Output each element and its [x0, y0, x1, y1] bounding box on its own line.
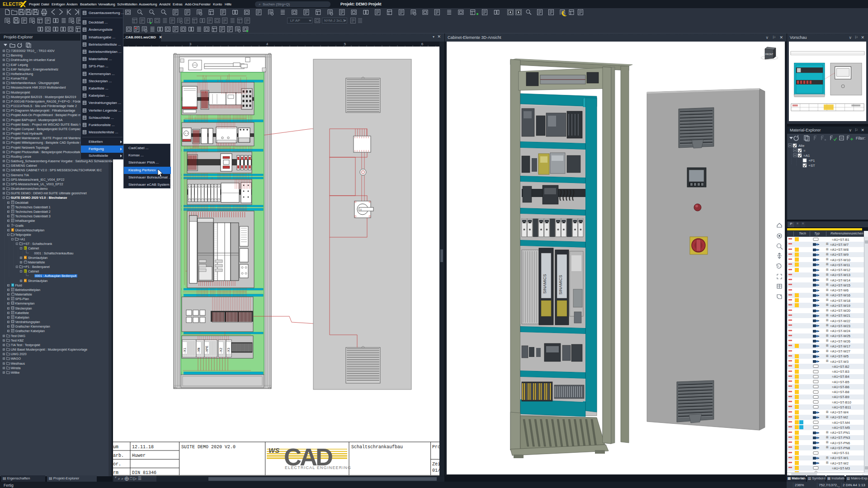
svg-text:FRONT: FRONT: [765, 53, 773, 56]
svg-text:DIN 81346: DIN 81346: [132, 470, 156, 475]
svg-text:LF AP: LF AP: [290, 19, 300, 23]
svg-text:or.: or.: [113, 462, 121, 467]
svg-text:-XPE: -XPE: [205, 345, 209, 354]
svg-text:4: 4: [266, 42, 269, 46]
svg-text:-X3: -X3: [227, 347, 231, 354]
svg-text:5: 5: [344, 42, 346, 46]
svg-text:SINAMICS: SINAMICS: [542, 274, 547, 294]
svg-text:um: um: [113, 445, 118, 450]
svg-text:SUITE DEMO 2020 V2.0: SUITE DEMO 2020 V2.0: [181, 445, 236, 450]
svg-text:01/: 01/: [432, 468, 439, 473]
svg-text:+ST: +ST: [808, 164, 815, 168]
svg-text:-X1: -X1: [183, 347, 187, 354]
svg-text:Pro: Pro: [432, 445, 439, 450]
svg-text:6: 6: [421, 42, 424, 46]
svg-text:SINAMICS: SINAMICS: [558, 275, 563, 295]
svg-text:Zei: Zei: [432, 462, 439, 467]
svg-text:=: =: [803, 149, 806, 153]
svg-text:=A1: =A1: [803, 154, 810, 158]
svg-text:rm: rm: [113, 470, 118, 475]
svg-text:WS: WS: [269, 446, 279, 454]
svg-text:3: 3: [189, 42, 192, 46]
svg-text:ELECTRICAL ENGINEERING: ELECTRICAL ENGINEERING: [285, 465, 351, 470]
svg-text:Schaltschrankaufbau: Schaltschrankaufbau: [351, 445, 403, 450]
svg-text:-X2: -X2: [219, 347, 223, 354]
svg-text:-XN: -XN: [197, 347, 201, 354]
svg-text:arb.: arb.: [113, 453, 124, 458]
svg-text:NYM-J 3x1,5: NYM-J 3x1,5: [324, 19, 345, 23]
svg-text:Huwer: Huwer: [132, 453, 146, 458]
svg-text:+P1: +P1: [808, 159, 815, 163]
svg-text:Filter:: Filter:: [856, 136, 865, 141]
svg-text:12.11.18: 12.11.18: [132, 445, 154, 450]
svg-text:ELECTRI: ELECTRI: [3, 2, 24, 7]
svg-text:Alle: Alle: [798, 144, 805, 148]
svg-text:0: 0: [360, 208, 362, 211]
